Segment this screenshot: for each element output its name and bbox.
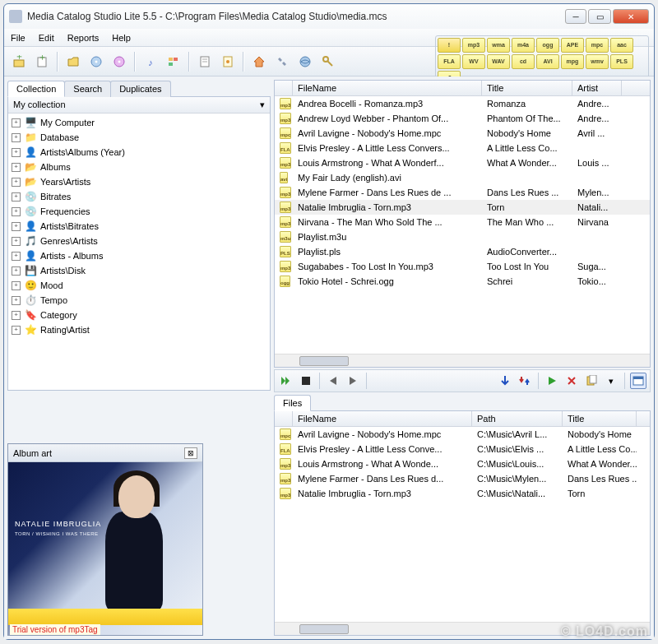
col-filename[interactable]: FileName: [293, 411, 472, 426]
expand-icon[interactable]: +: [12, 296, 21, 305]
minimize-button[interactable]: ─: [565, 9, 586, 24]
movedown-button[interactable]: [497, 373, 513, 389]
album-art-panel[interactable]: Album art ⊠ NATALIE IMBRUGLIA TORN / WIS…: [7, 443, 203, 636]
table-row[interactable]: mp3Mylene Farmer - Dans Les Rues d...C:\…: [275, 471, 650, 486]
disc-button[interactable]: [86, 52, 106, 72]
filter-wmv[interactable]: wmv: [586, 54, 609, 69]
col-artist[interactable]: Artist: [572, 81, 622, 95]
tree-item[interactable]: +📂Albums: [10, 160, 268, 174]
album-art-titlebar[interactable]: Album art ⊠: [8, 444, 202, 462]
col-title[interactable]: Title: [482, 81, 572, 95]
table-row[interactable]: mp3Andrea Bocelli - Romanza.mp3RomanzaAn…: [275, 96, 650, 111]
table-row[interactable]: FLAElvis Presley - A Little Less Convers…: [275, 141, 650, 155]
tree-item[interactable]: +⏱️Tempo: [10, 293, 268, 308]
tab-duplicates[interactable]: Duplicates: [110, 81, 170, 97]
scroll-thumb[interactable]: [299, 624, 349, 634]
bottom-list[interactable]: mpcAvril Lavigne - Nobody's Home.mpcC:\M…: [275, 427, 650, 622]
expand-icon[interactable]: +: [12, 148, 21, 157]
menu-edit[interactable]: Edit: [39, 33, 54, 43]
tree-item[interactable]: +📁Database: [10, 130, 268, 145]
filter-mpc[interactable]: mpc: [586, 38, 609, 53]
filter-wv[interactable]: WV: [462, 54, 485, 69]
tree-item[interactable]: +⭐Rating\Artist: [10, 322, 268, 337]
tree-item[interactable]: +🔖Category: [10, 308, 268, 322]
filter-pls[interactable]: PLS: [610, 54, 633, 69]
home-button[interactable]: [249, 52, 269, 72]
table-row[interactable]: mp3Sugababes - Too Lost In You.mp3Too Lo…: [275, 259, 650, 274]
tree-item[interactable]: +🙂Mood: [10, 278, 268, 293]
table-row[interactable]: mp3Mylene Farmer - Dans Les Rues de ...D…: [275, 185, 650, 200]
tree-item[interactable]: +🎵Genres\Artists: [10, 234, 268, 248]
col-title[interactable]: Title: [563, 411, 637, 426]
tree-item[interactable]: +💿Frequencies: [10, 204, 268, 219]
expand-icon[interactable]: +: [12, 178, 21, 187]
filter-ape[interactable]: APE: [561, 38, 584, 53]
col-icon[interactable]: [275, 81, 293, 95]
filter-wav[interactable]: WAV: [487, 54, 510, 69]
main-list[interactable]: mp3Andrea Bocelli - Romanza.mp3RomanzaAn…: [275, 96, 650, 354]
filter-aac[interactable]: aac: [610, 38, 633, 53]
tab-search[interactable]: Search: [64, 81, 111, 97]
collection-tree[interactable]: +🖥️My Computer+📁Database+👤Artists\Albums…: [8, 114, 270, 390]
tab-files[interactable]: Files: [274, 395, 311, 411]
eject-button[interactable]: [109, 52, 129, 72]
filter-m4a[interactable]: m4a: [512, 38, 535, 53]
main-hscroll[interactable]: [275, 354, 650, 367]
web-button[interactable]: [295, 52, 315, 72]
tree-item[interactable]: +👤Artists\Bitrates: [10, 219, 268, 234]
table-row[interactable]: mp3Louis Armstrong - What A Wonde...C:\M…: [275, 456, 650, 471]
table-row[interactable]: PLSPlaylist.plsAudioConverter...: [275, 244, 650, 259]
copy-button[interactable]: [583, 373, 600, 389]
doc-button[interactable]: [195, 52, 215, 72]
layout-button[interactable]: [630, 373, 646, 389]
tab-collection[interactable]: Collection: [7, 81, 65, 97]
filter-mpg[interactable]: mpg: [561, 54, 584, 69]
tree-item[interactable]: +💿Bitrates: [10, 189, 268, 204]
table-row[interactable]: mp3Louis Armstrong - What A Wonderf...Wh…: [275, 155, 650, 170]
expand-icon[interactable]: +: [12, 207, 21, 216]
next-button[interactable]: [345, 373, 361, 389]
note-button[interactable]: ♪: [141, 52, 160, 72]
menu-reports[interactable]: Reports: [67, 33, 100, 43]
play-button[interactable]: [544, 373, 560, 389]
expand-icon[interactable]: +: [12, 192, 21, 202]
filter-all[interactable]: !: [438, 38, 461, 53]
delete-button[interactable]: [563, 373, 580, 389]
close-button[interactable]: ✕: [613, 9, 649, 24]
filter-mp3[interactable]: mp3: [462, 38, 485, 53]
col-filename[interactable]: FileName: [293, 81, 482, 95]
dropdown-button[interactable]: ▾: [603, 373, 619, 389]
table-row[interactable]: mpcAvril Lavigne - Nobody's Home.mpcC:\M…: [275, 427, 650, 442]
expand-icon[interactable]: +: [12, 252, 21, 261]
key-button[interactable]: [318, 52, 338, 72]
table-row[interactable]: mp3Natalie Imbruglia - Torn.mp3TornNatal…: [275, 200, 650, 215]
open-button[interactable]: [63, 52, 83, 72]
tags-button[interactable]: [164, 52, 183, 72]
table-row[interactable]: aviMy Fair Lady (english).avi: [275, 170, 650, 185]
table-row[interactable]: mp3Andrew Loyd Webber - Phantom Of...Pha…: [275, 111, 650, 126]
expand-icon[interactable]: +: [12, 311, 21, 320]
expand-icon[interactable]: +: [12, 222, 21, 231]
tools-button[interactable]: [272, 52, 292, 72]
prev-button[interactable]: [325, 373, 341, 389]
expand-icon[interactable]: +: [12, 266, 21, 276]
table-row[interactable]: m3uPlaylist.m3u: [275, 229, 650, 244]
menu-help[interactable]: Help: [112, 33, 131, 43]
expand-icon[interactable]: +: [12, 237, 21, 246]
tree-item[interactable]: +💾Artists\Disk: [10, 263, 268, 278]
tree-header-dropdown-icon[interactable]: ▾: [260, 100, 265, 110]
album-art-close-button[interactable]: ⊠: [184, 447, 197, 459]
col-icon[interactable]: [275, 411, 293, 426]
expand-icon[interactable]: +: [12, 281, 21, 290]
add-file-button[interactable]: ＋: [32, 52, 52, 72]
maximize-button[interactable]: ▭: [588, 9, 611, 24]
tree-item[interactable]: +📂Years\Artists: [10, 174, 268, 189]
tree-item[interactable]: +👤Artists - Albums: [10, 248, 268, 263]
expand-icon[interactable]: +: [12, 133, 21, 142]
filter-cd[interactable]: cd: [512, 54, 535, 69]
props-button[interactable]: [218, 52, 238, 72]
table-row[interactable]: mp3Natalie Imbruglia - Torn.mp3C:\Music\…: [275, 486, 650, 501]
tree-header[interactable]: My collection ▾: [8, 97, 270, 114]
fastfwd-button[interactable]: [278, 373, 294, 389]
filter-fla[interactable]: FLA: [438, 54, 461, 69]
